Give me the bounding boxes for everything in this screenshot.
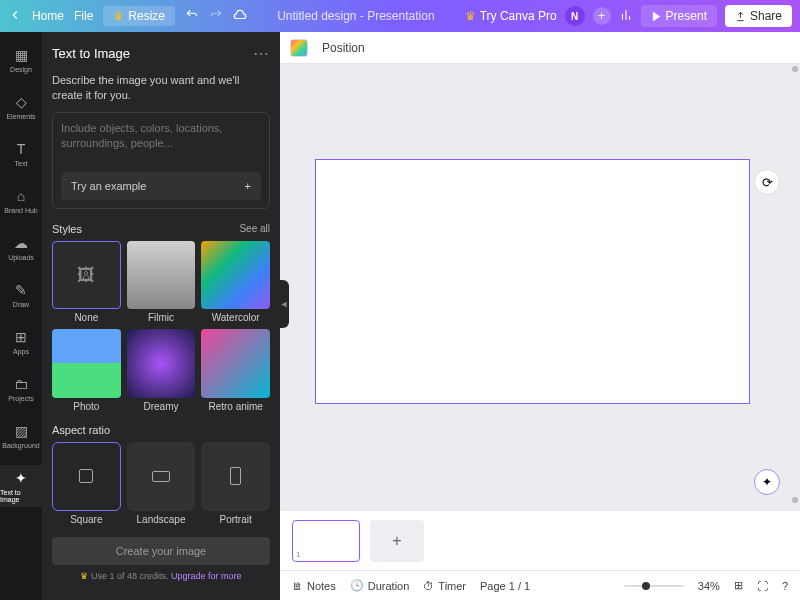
aspect-box (52, 442, 121, 511)
color-picker-button[interactable] (290, 39, 308, 57)
sidebar-item-projects[interactable]: 🗀Projects (0, 371, 42, 406)
style-watercolor[interactable]: Watercolor (201, 241, 270, 324)
side-panel: Text to Image ⋯ Describe the image you w… (42, 32, 280, 600)
upgrade-link[interactable]: Upgrade for more (171, 571, 242, 581)
sidebar-item-design[interactable]: ▦Design (0, 42, 42, 77)
page-indicator: Page 1 / 1 (480, 580, 530, 592)
try-pro-link[interactable]: ♛ Try Canva Pro (465, 9, 557, 23)
sidebar-item-elements[interactable]: ◇Elements (0, 89, 42, 124)
zoom-value[interactable]: 34% (698, 580, 720, 592)
panel-description: Describe the image you want and we'll cr… (52, 73, 270, 104)
sidebar-item-draw[interactable]: ✎Draw (0, 277, 42, 312)
notes-label: Notes (307, 580, 336, 592)
resize-button[interactable]: ♛ Resize (103, 6, 175, 26)
aspect-label: Square (70, 514, 102, 525)
text-icon: T (12, 140, 30, 158)
notes-icon: 🗎 (292, 580, 303, 592)
aspect-heading: Aspect ratio (52, 424, 110, 436)
sidebar-item-background[interactable]: ▨Background (0, 418, 42, 453)
file-menu[interactable]: File (74, 9, 93, 23)
create-image-button[interactable]: Create your image (52, 537, 270, 565)
style-none[interactable]: 🖼None (52, 241, 121, 324)
plus-icon: + (245, 180, 251, 192)
avatar[interactable]: N (565, 6, 585, 26)
style-thumb (201, 329, 270, 398)
help-icon[interactable]: ? (782, 580, 788, 592)
more-icon[interactable]: ⋯ (253, 44, 270, 63)
document-title[interactable]: Untitled design - Presentation (247, 9, 465, 23)
aspect-box (201, 442, 270, 511)
sidebar-label: Brand Hub (4, 207, 37, 214)
cloud-sync-icon[interactable] (233, 8, 247, 25)
add-page-button[interactable]: + (370, 520, 424, 562)
style-photo[interactable]: Photo (52, 329, 121, 412)
canvas-area: Position ⟳ ✦ 1 + 🗎Notes 🕓Duration ⏱Timer… (280, 32, 800, 600)
undo-icon[interactable] (185, 8, 199, 25)
crown-icon: ♛ (465, 9, 476, 23)
style-retro-anime[interactable]: Retro anime (201, 329, 270, 412)
back-icon[interactable] (8, 8, 22, 25)
refresh-icon: ⟳ (762, 175, 773, 190)
fullscreen-icon[interactable]: ⛶ (757, 580, 768, 592)
present-button[interactable]: Present (641, 5, 717, 27)
template-icon: ▦ (12, 46, 30, 64)
see-all-link[interactable]: See all (239, 223, 270, 234)
crown-icon: ♛ (80, 571, 88, 581)
sidebar-label: Apps (13, 348, 29, 355)
try-example-button[interactable]: Try an example + (61, 172, 261, 200)
zoom-knob[interactable] (642, 582, 650, 590)
style-thumb (127, 329, 196, 398)
sidebar-label: Uploads (8, 254, 34, 261)
timer-button[interactable]: ⏱Timer (423, 580, 466, 592)
aspect-label: Landscape (137, 514, 186, 525)
style-dreamy[interactable]: Dreamy (127, 329, 196, 412)
notes-button[interactable]: 🗎Notes (292, 580, 336, 592)
prompt-input[interactable] (61, 121, 261, 161)
pages-strip: 1 + (280, 510, 800, 570)
try-pro-label: Try Canva Pro (480, 9, 557, 23)
sidebar-item-apps[interactable]: ⊞Apps (0, 324, 42, 359)
sidebar-item-uploads[interactable]: ☁Uploads (0, 230, 42, 265)
aspect-square[interactable]: Square (52, 442, 121, 525)
sidebar-label: Text (15, 160, 28, 167)
regenerate-button[interactable]: ⟳ (754, 169, 780, 195)
present-label: Present (666, 9, 707, 23)
position-button[interactable]: Position (322, 41, 365, 55)
analytics-icon[interactable] (619, 8, 633, 25)
share-button[interactable]: Share (725, 5, 792, 27)
page-thumbnail[interactable]: 1 (292, 520, 360, 562)
add-member-button[interactable]: + (593, 7, 611, 25)
slide-canvas[interactable] (315, 159, 750, 404)
sparkle-icon: ✦ (762, 475, 772, 489)
top-bar: Home File ♛ Resize Untitled design - Pre… (0, 0, 800, 32)
canvas-body[interactable]: ⟳ ✦ (280, 64, 800, 510)
sidebar-label: Text to Image (0, 489, 42, 503)
style-label: Retro anime (208, 401, 262, 412)
duration-label: Duration (368, 580, 410, 592)
vertical-scrollbar[interactable] (790, 66, 800, 503)
aspect-label: Portrait (220, 514, 252, 525)
shapes-icon: ◇ (12, 93, 30, 111)
style-label: Dreamy (143, 401, 178, 412)
aspect-portrait[interactable]: Portrait (201, 442, 270, 525)
sidebar-item-text-to-image[interactable]: ✦Text to Image (0, 465, 42, 507)
zoom-slider[interactable] (624, 585, 684, 587)
sidebar-label: Draw (13, 301, 29, 308)
sidebar-item-text[interactable]: TText (0, 136, 42, 171)
grid-view-icon[interactable]: ⊞ (734, 579, 743, 592)
redo-icon[interactable] (209, 8, 223, 25)
context-toolbar: Position (280, 32, 800, 64)
home-link[interactable]: Home (32, 9, 64, 23)
resize-label: Resize (128, 9, 165, 23)
hatch-icon: ▨ (12, 422, 30, 440)
image-icon: 🖼 (52, 241, 121, 310)
collapse-panel-button[interactable]: ◄ (279, 280, 289, 328)
aspect-landscape[interactable]: Landscape (127, 442, 196, 525)
duration-button[interactable]: 🕓Duration (350, 579, 410, 592)
sidebar-item-brand[interactable]: ⌂Brand Hub (0, 183, 42, 218)
credits-text: ♛ Use 1 of 48 credits. Upgrade for more (52, 571, 270, 581)
magic-button[interactable]: ✦ (754, 469, 780, 495)
style-thumb (201, 241, 270, 310)
example-label: Try an example (71, 180, 146, 192)
style-filmic[interactable]: Filmic (127, 241, 196, 324)
